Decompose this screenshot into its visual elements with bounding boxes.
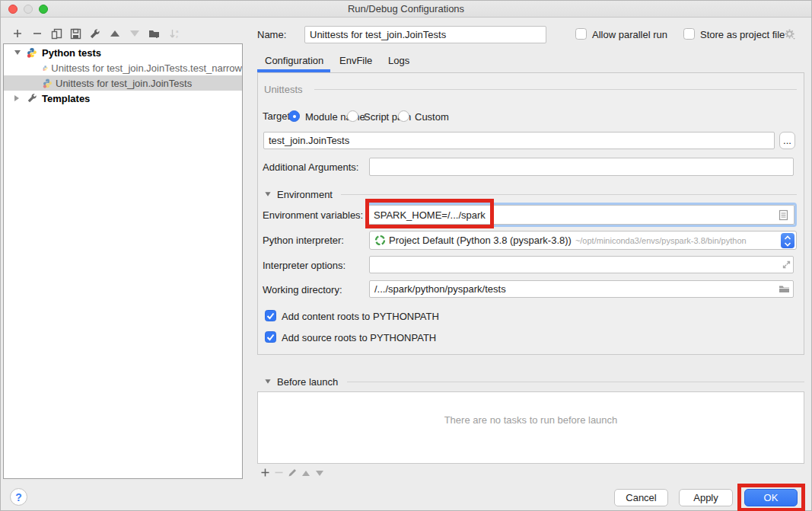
move-up-button[interactable]	[108, 27, 122, 40]
new-folder-button[interactable]	[148, 27, 161, 40]
python-test-icon	[43, 63, 48, 73]
expand-field-button[interactable]	[779, 257, 793, 271]
move-task-up-button[interactable]	[299, 466, 313, 480]
tree-item-templates[interactable]: Templates	[4, 91, 242, 106]
allow-parallel-run-label: Allow parallel run	[592, 29, 667, 40]
python-interpreter-label: Python interpreter:	[263, 235, 344, 246]
edit-templates-button[interactable]	[88, 27, 101, 40]
before-launch-task-list[interactable]	[257, 391, 804, 464]
store-as-project-file-checkbox[interactable]	[683, 28, 695, 40]
save-icon	[70, 28, 81, 40]
browse-directory-button[interactable]	[777, 282, 791, 295]
remove-icon	[32, 28, 43, 39]
module-name-value: test_join.JoinTests	[269, 135, 349, 146]
new-folder-icon	[148, 28, 161, 39]
tab-envfile[interactable]: EnvFile	[339, 55, 372, 66]
environment-collapse-icon[interactable]	[265, 192, 270, 196]
cancel-button[interactable]: Cancel	[614, 489, 668, 506]
add-content-roots-checkbox[interactable]	[265, 310, 276, 321]
add-source-roots-checkbox[interactable]	[265, 331, 276, 343]
tree-item-jointests-selected[interactable]: Unittests for test_join.JoinTests	[4, 75, 242, 91]
add-task-button[interactable]	[258, 465, 272, 479]
python-interpreter-path: ~/opt/miniconda3/envs/pyspark-3.8/bin/py…	[575, 236, 747, 245]
tab-logs[interactable]: Logs	[388, 55, 409, 66]
add-content-roots-label: Add content roots to PYTHONPATH	[282, 311, 439, 322]
browse-env-vars-button[interactable]	[776, 208, 790, 222]
move-down-button[interactable]	[128, 27, 142, 40]
expand-icon	[782, 260, 791, 270]
edit-task-button[interactable]	[285, 465, 299, 479]
configurations-tree: Python tests Unittests for test_join.Joi…	[3, 43, 243, 479]
gear-icon	[784, 28, 796, 40]
python-interpreter-select[interactable]: Project Default (Python 3.8 (pyspark-3.8…	[369, 231, 797, 250]
svg-text:z: z	[176, 34, 178, 39]
cancel-label: Cancel	[626, 492, 656, 503]
target-custom-radio[interactable]	[398, 110, 409, 122]
target-module-name-radio[interactable]	[288, 110, 300, 122]
ok-button[interactable]: OK	[744, 489, 798, 506]
folder-icon	[779, 284, 790, 294]
tab-configuration[interactable]: Configuration	[265, 55, 323, 66]
apply-button[interactable]: Apply	[679, 489, 733, 506]
additional-arguments-input[interactable]	[369, 158, 794, 176]
interpreter-options-label: Interpreter options:	[263, 260, 345, 271]
name-input[interactable]: Unittests for test_join.JoinTests	[304, 26, 546, 43]
add-icon	[12, 28, 23, 39]
help-button[interactable]: ?	[10, 488, 27, 506]
tree-item-python-tests[interactable]: Python tests	[4, 45, 242, 60]
remove-icon	[274, 468, 284, 477]
unittests-group-title: Unittests	[264, 84, 303, 95]
tree-item-test-narrow[interactable]: Unittests for test_join.JoinTests.test_n…	[4, 60, 242, 75]
ellipsis-icon: ...	[783, 135, 791, 146]
move-down-icon	[316, 471, 323, 476]
additional-arguments-label: Additional Arguments:	[263, 161, 358, 173]
add-icon	[260, 468, 270, 477]
pencil-icon	[288, 468, 298, 477]
tree-item-label: Templates	[42, 93, 90, 104]
tree-item-label: Python tests	[42, 47, 101, 59]
working-directory-input[interactable]: /.../spark/python/pyspark/tests	[369, 280, 794, 298]
tree-item-label: Unittests for test_join.JoinTests	[56, 78, 192, 89]
move-up-icon	[302, 471, 310, 476]
working-directory-label: Working directory:	[263, 284, 342, 295]
copy-icon	[51, 28, 62, 40]
add-configuration-button[interactable]	[11, 27, 24, 40]
ok-label: OK	[764, 492, 779, 503]
apply-label: Apply	[693, 492, 718, 503]
combo-spinner-icon[interactable]	[781, 233, 794, 248]
environment-variables-label: Environment variables:	[263, 209, 363, 221]
expander-down-icon[interactable]	[14, 50, 21, 55]
remove-task-button[interactable]	[272, 465, 285, 479]
before-launch-header: Before launch	[277, 376, 338, 388]
save-configuration-button[interactable]	[68, 27, 82, 40]
module-name-input[interactable]: test_join.JoinTests	[263, 132, 775, 149]
before-launch-empty-text: There are no tasks to run before launch	[257, 414, 804, 426]
check-icon	[266, 311, 275, 321]
run-debug-configurations-dialog: Run/Debug Configurations az P	[0, 0, 812, 511]
check-icon	[266, 332, 275, 342]
target-custom-label: Custom	[415, 111, 449, 123]
interpreter-options-input[interactable]	[369, 256, 794, 273]
remove-configuration-button[interactable]	[30, 27, 44, 40]
before-launch-collapse-icon[interactable]	[265, 379, 270, 383]
copy-configuration-button[interactable]	[49, 27, 63, 40]
add-source-roots-label: Add source roots to PYTHONPATH	[282, 332, 436, 343]
python-tests-icon	[27, 47, 37, 58]
allow-parallel-run-checkbox[interactable]	[575, 28, 587, 40]
environment-variables-input[interactable]: SPARK_HOME=/.../spark	[368, 205, 794, 225]
active-tab-underline	[257, 69, 330, 72]
templates-wrench-icon	[27, 93, 37, 104]
sort-configurations-button[interactable]: az	[168, 27, 182, 40]
store-as-project-file-label: Store as project file	[700, 29, 785, 40]
tree-item-label: Unittests for test_join.JoinTests.test_n…	[51, 62, 242, 74]
move-task-down-button[interactable]	[313, 466, 326, 480]
python-interpreter-value: Project Default (Python 3.8 (pyspark-3.8…	[389, 235, 572, 246]
name-value: Unittests for test_join.JoinTests	[310, 29, 446, 40]
group-divider	[314, 89, 797, 90]
python-test-icon	[43, 78, 53, 88]
browse-module-button[interactable]: ...	[779, 132, 795, 149]
expander-right-icon[interactable]	[14, 95, 19, 101]
target-script-path-radio[interactable]	[347, 110, 358, 122]
environment-header: Environment	[277, 189, 333, 200]
store-settings-gear-button[interactable]	[783, 27, 797, 41]
